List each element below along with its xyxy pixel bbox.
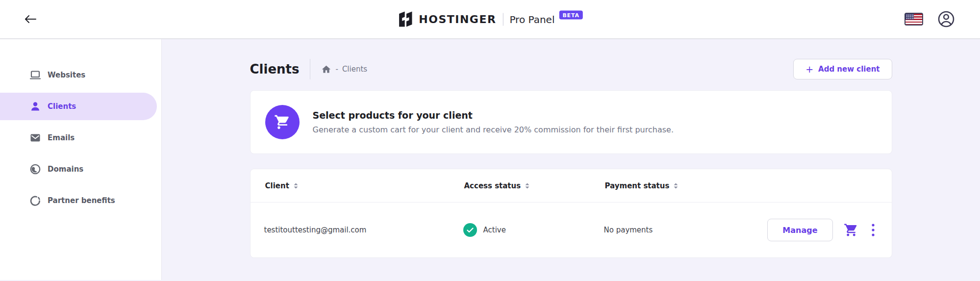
main-content: Clients - Clients + Add new client — [162, 39, 980, 280]
back-arrow-icon — [24, 13, 37, 25]
select-products-banner: Select products for your client Generate… — [250, 90, 892, 154]
table-header-row: Client Access status Payment status — [251, 169, 892, 203]
beta-badge: BETA — [559, 10, 582, 19]
sidebar-item-label: Partner benefits — [48, 196, 115, 205]
sidebar-item-label: Domains — [48, 165, 83, 174]
laptop-icon — [29, 69, 41, 81]
column-label: Client — [265, 181, 289, 190]
back-button[interactable] — [22, 10, 39, 28]
profile-icon — [937, 10, 955, 28]
banner-text: Select products for your client Generate… — [313, 110, 674, 134]
home-icon[interactable] — [321, 64, 331, 75]
breadcrumb-separator: - — [335, 65, 338, 74]
sidebar-nav: Websites Clients Emails — [0, 39, 162, 280]
sidebar-item-label: Websites — [48, 71, 85, 79]
plus-icon: + — [805, 64, 813, 75]
title-divider — [310, 59, 310, 79]
header-actions — [905, 10, 955, 28]
add-new-client-label: Add new client — [818, 65, 879, 74]
client-email: testitouttesting@gmail.com — [264, 226, 463, 234]
page-header-row: Clients - Clients + Add new client — [250, 59, 892, 79]
sidebar-item-clients[interactable]: Clients — [0, 93, 157, 120]
row-actions: Manage — [767, 219, 878, 241]
circle-arc-icon — [29, 195, 41, 206]
sidebar-item-domains[interactable]: Domains — [0, 155, 157, 183]
sidebar-item-websites[interactable]: Websites — [0, 61, 157, 89]
sort-icon[interactable] — [293, 183, 299, 189]
hostinger-h-icon — [397, 11, 413, 27]
logo-divider — [503, 13, 503, 26]
add-new-client-button[interactable]: + Add new client — [793, 59, 892, 79]
breadcrumb: - Clients — [321, 64, 367, 75]
language-flag-icon[interactable] — [905, 13, 923, 26]
top-header: HOSTINGER Pro Panel BETA — [0, 0, 980, 39]
access-status-cell: Active — [463, 223, 604, 237]
column-label: Payment status — [605, 181, 670, 190]
page-title: Clients — [250, 62, 300, 77]
envelope-icon — [29, 132, 41, 144]
sidebar-item-label: Emails — [48, 133, 75, 142]
row-menu-button[interactable] — [868, 223, 878, 237]
column-label: Access status — [464, 181, 521, 190]
create-cart-button[interactable] — [844, 223, 858, 237]
sort-icon[interactable] — [525, 183, 530, 189]
profile-menu-button[interactable] — [937, 10, 955, 28]
access-status-label: Active — [483, 226, 506, 234]
payment-status-label: No payments — [604, 226, 768, 234]
shopping-cart-icon — [844, 223, 858, 237]
column-header-access-status: Access status — [464, 181, 605, 190]
shopping-cart-icon — [274, 114, 291, 130]
cart-circle-icon — [265, 105, 300, 139]
table-row: testitouttesting@gmail.com Active No pay… — [251, 203, 892, 257]
globe-icon — [29, 163, 41, 175]
kebab-icon — [872, 224, 875, 236]
check-circle-icon — [463, 223, 477, 237]
sidebar-item-label: Clients — [48, 102, 76, 111]
clients-table: Client Access status Payment status — [250, 169, 892, 258]
sort-icon[interactable] — [673, 183, 678, 189]
logo-wordmark: HOSTINGER — [419, 13, 496, 26]
sidebar-item-emails[interactable]: Emails — [0, 124, 157, 152]
banner-description: Generate a custom cart for your client a… — [313, 125, 674, 134]
column-header-client: Client — [265, 181, 464, 190]
person-icon — [29, 101, 41, 112]
banner-title: Select products for your client — [313, 110, 674, 121]
sidebar-item-partner-benefits[interactable]: Partner benefits — [0, 187, 157, 214]
column-header-payment-status: Payment status — [605, 181, 877, 190]
breadcrumb-current: Clients — [342, 65, 367, 74]
manage-button[interactable]: Manage — [767, 219, 832, 241]
logo-product-name: Pro Panel — [509, 13, 554, 25]
hostinger-logo: HOSTINGER Pro Panel BETA — [397, 11, 582, 27]
